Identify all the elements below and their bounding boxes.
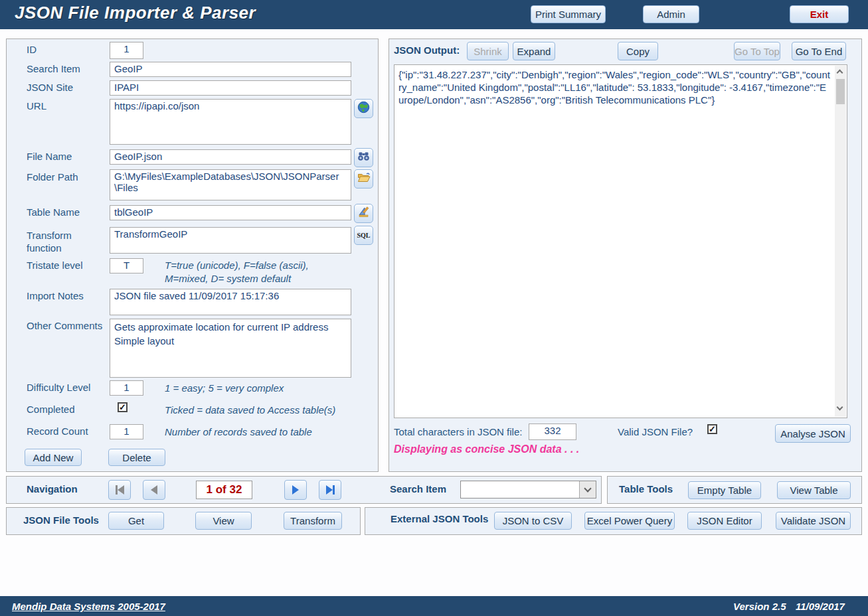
last-record-button[interactable] — [319, 480, 341, 500]
exit-button[interactable]: Exit — [790, 5, 849, 23]
find-file-button[interactable] — [354, 148, 373, 167]
external-json-tools-label: External JSON Tools — [391, 513, 488, 524]
last-record-icon — [333, 485, 335, 495]
file-name-field[interactable]: GeoIP.json — [110, 149, 351, 165]
difficulty-level-field[interactable]: 1 — [110, 380, 143, 396]
total-characters-label: Total characters in JSON file: — [394, 426, 522, 437]
view-button[interactable]: View — [195, 512, 252, 530]
table-tools-label: Table Tools — [619, 483, 673, 495]
chevron-down-icon — [584, 485, 591, 492]
company-link[interactable]: Mendip Data Systems 2005-2017 — [12, 601, 165, 612]
record-position: 1 of 32 — [196, 481, 252, 499]
design-pencil-icon — [357, 206, 370, 221]
json-site-field[interactable]: IPAPI — [110, 80, 351, 96]
record-count-hint: Number of records saved to table — [165, 426, 312, 437]
excel-power-query-button[interactable]: Excel Power Query — [584, 512, 675, 530]
validate-json-button[interactable]: Validate JSON — [776, 512, 851, 530]
url-label: URL — [27, 100, 46, 112]
date-text: 11/09/2017 — [796, 601, 845, 612]
design-table-button[interactable] — [354, 204, 373, 223]
app-title: JSON File Importer & Parser — [15, 3, 256, 23]
combo-dropdown-button[interactable] — [579, 481, 596, 498]
previous-record-button[interactable] — [143, 480, 165, 500]
folder-path-label: Folder Path — [27, 171, 78, 183]
folder-path-field[interactable]: G:\MyFiles\ExampleDatabases\JSON\JSONPar… — [110, 169, 351, 200]
folder-open-icon — [357, 172, 371, 186]
import-notes-field[interactable]: JSON file saved 11/09/2017 15:17:36 — [110, 289, 351, 315]
other-comments-label: Other Comments — [27, 320, 102, 331]
import-notes-label: Import Notes — [27, 290, 84, 301]
sql-icon: SQL — [357, 232, 370, 239]
file-name-label: File Name — [27, 151, 72, 162]
json-output-textarea[interactable]: {"ip":"31.48.227.237","city":"Denbigh","… — [394, 64, 847, 418]
table-name-label: Table Name — [27, 206, 80, 218]
last-record-arrow — [326, 485, 333, 495]
search-item-combo-label: Search Item — [390, 483, 446, 495]
sql-button[interactable]: SQL — [354, 226, 373, 245]
next-record-icon — [292, 485, 299, 495]
search-item-field[interactable]: GeoIP — [110, 62, 351, 77]
valid-json-checkbox[interactable]: ✓ — [707, 424, 717, 434]
print-summary-button[interactable]: Print Summary — [531, 5, 606, 23]
transform-function-label: Transform function — [27, 229, 101, 254]
empty-table-button[interactable]: Empty Table — [688, 481, 761, 499]
first-record-arrow — [118, 485, 124, 495]
tristate-level-label: Tristate level — [27, 260, 82, 271]
tristate-hint-line2: M=mixed, D= system default — [165, 273, 291, 284]
difficulty-hint: 1 = easy; 5 = very complex — [165, 382, 284, 394]
binoculars-icon — [357, 150, 370, 165]
difficulty-level-label: Difficulty Level — [27, 382, 90, 393]
id-label: ID — [27, 44, 37, 55]
go-to-top-button[interactable]: Go To Top — [734, 42, 780, 60]
json-output-label: JSON Output: — [394, 44, 460, 56]
completed-hint: Ticked = data saved to Access table(s) — [165, 404, 335, 416]
view-table-button[interactable]: View Table — [777, 481, 851, 499]
shrink-button[interactable]: Shrink — [467, 42, 509, 60]
completed-checkbox[interactable]: ✓ — [118, 402, 128, 412]
json-scrollbar[interactable] — [835, 66, 846, 417]
previous-record-icon — [151, 485, 157, 495]
transform-button[interactable]: Transform — [284, 512, 342, 530]
table-name-field[interactable]: tblGeoIP — [110, 205, 351, 220]
scroll-thumb[interactable] — [836, 79, 845, 104]
navigation-label: Navigation — [27, 483, 78, 495]
open-url-button[interactable] — [354, 99, 373, 118]
expand-button[interactable]: Expand — [513, 42, 555, 60]
tristate-hint-line1: T=true (unicode), F=false (ascii), — [165, 260, 309, 271]
copy-button[interactable]: Copy — [618, 42, 658, 60]
delete-button[interactable]: Delete — [108, 449, 165, 466]
search-item-label: Search Item — [27, 63, 80, 74]
other-comments-field[interactable]: Gets approximate location for current IP… — [110, 319, 351, 378]
transform-function-field[interactable]: TransformGeoIP — [110, 227, 351, 254]
globe-icon — [357, 101, 370, 116]
record-count-label: Record Count — [27, 425, 88, 437]
status-message: Displaying as concise JSON data . . . — [394, 443, 579, 455]
tristate-level-field[interactable]: T — [110, 258, 143, 273]
get-button[interactable]: Get — [108, 512, 164, 530]
go-to-end-button[interactable]: Go To End — [792, 42, 846, 60]
json-file-tools-label: JSON File Tools — [23, 514, 108, 526]
first-record-button[interactable] — [108, 480, 131, 500]
completed-label: Completed — [27, 404, 75, 415]
id-field[interactable]: 1 — [110, 42, 143, 59]
search-item-combobox[interactable] — [460, 481, 596, 499]
json-to-csv-button[interactable]: JSON to CSV — [494, 512, 572, 530]
scroll-up-icon[interactable] — [837, 69, 843, 74]
analyse-json-button[interactable]: Analyse JSON — [775, 424, 851, 443]
admin-button[interactable]: Admin — [643, 5, 699, 23]
json-editor-button[interactable]: JSON Editor — [687, 512, 762, 530]
record-count-field[interactable]: 1 — [110, 424, 143, 439]
total-characters-field: 332 — [529, 424, 576, 440]
valid-json-label: Valid JSON File? — [618, 426, 693, 437]
version-text: Version 2.5 — [733, 601, 786, 612]
browse-folder-button[interactable] — [354, 169, 373, 189]
url-field[interactable]: https://ipapi.co/json — [110, 99, 351, 145]
json-site-label: JSON Site — [27, 82, 73, 93]
scroll-down-icon[interactable] — [837, 406, 843, 412]
next-record-button[interactable] — [284, 480, 307, 500]
add-new-button[interactable]: Add New — [25, 449, 82, 466]
json-output-text: {"ip":"31.48.227.237","city":"Denbigh","… — [398, 68, 831, 414]
